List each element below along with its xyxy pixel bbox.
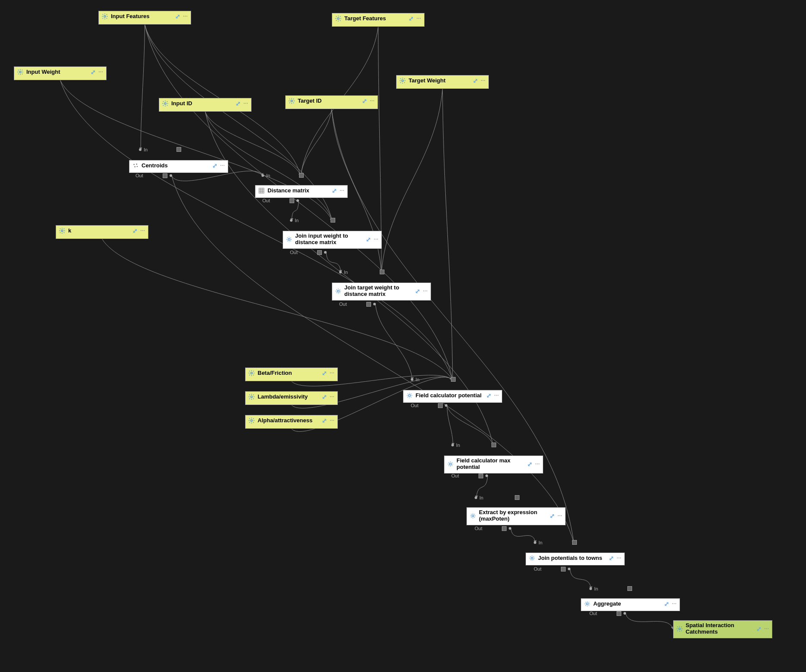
port-out[interactable]: Out — [589, 611, 626, 616]
more-icon[interactable]: ⋯ — [423, 289, 428, 294]
expand-icon[interactable]: ⤢ — [550, 513, 555, 519]
node-controls[interactable]: ⤢⋯ — [609, 555, 622, 561]
expand-icon[interactable]: ⤢ — [236, 100, 241, 107]
port-out[interactable]: Out — [451, 473, 488, 478]
node-k[interactable]: k⤢⋯ — [56, 225, 148, 239]
plus-icon[interactable] — [515, 495, 519, 500]
node-controls[interactable]: ⤢⋯ — [756, 626, 769, 632]
expand-icon[interactable]: ⤢ — [486, 393, 491, 399]
plus-icon[interactable] — [627, 586, 632, 591]
more-icon[interactable]: ⋯ — [243, 101, 249, 107]
port-in[interactable]: In — [339, 270, 348, 275]
node-aggregate[interactable]: Aggregate⤢⋯ — [581, 598, 680, 611]
plus-icon[interactable] — [331, 218, 335, 223]
node-fc_pot[interactable]: Field calculator potential⤢⋯ — [403, 390, 502, 403]
node-target_id[interactable]: Target ID⤢⋯ — [285, 95, 378, 109]
port-plus[interactable] — [299, 173, 304, 178]
node-controls[interactable]: ⤢⋯ — [91, 69, 104, 75]
node-controls[interactable]: ⤢⋯ — [473, 78, 486, 84]
more-icon[interactable]: ⋯ — [340, 188, 345, 194]
plus-icon[interactable] — [451, 377, 456, 382]
port-plus[interactable] — [572, 540, 577, 545]
expand-icon[interactable]: ⤢ — [409, 16, 414, 22]
port-out[interactable]: Out — [135, 173, 172, 178]
more-icon[interactable]: ⋯ — [183, 14, 188, 19]
expand-icon[interactable]: ⤢ — [415, 288, 420, 294]
plus-icon[interactable] — [491, 443, 496, 447]
port-plus[interactable] — [331, 218, 335, 223]
more-icon[interactable]: ⋯ — [535, 462, 540, 467]
handle-icon[interactable] — [290, 198, 294, 203]
port-in[interactable]: In — [534, 540, 542, 545]
node-controls[interactable]: ⤢⋯ — [527, 461, 540, 467]
node-target_features[interactable]: Target Features⤢⋯ — [332, 13, 425, 27]
plus-icon[interactable] — [299, 173, 304, 178]
port-in[interactable]: In — [290, 218, 299, 223]
node-result[interactable]: Spatial Interaction Catchments⤢⋯ — [673, 620, 772, 638]
node-controls[interactable]: ⤢⋯ — [332, 188, 345, 194]
plus-icon[interactable] — [380, 270, 384, 274]
more-icon[interactable]: ⋯ — [557, 513, 563, 519]
node-join_tg[interactable]: Join target weight to distance matrix⤢⋯ — [332, 283, 431, 301]
handle-icon[interactable] — [163, 173, 167, 178]
expand-icon[interactable]: ⤢ — [366, 236, 371, 242]
handle-icon[interactable] — [561, 567, 566, 572]
node-alpha[interactable]: Alpha/attractiveness⤢⋯ — [245, 415, 338, 429]
node-controls[interactable]: ⤢⋯ — [322, 370, 335, 376]
port-in[interactable]: In — [261, 173, 270, 178]
more-icon[interactable]: ⋯ — [330, 371, 335, 376]
more-icon[interactable]: ⋯ — [672, 601, 677, 607]
expand-icon[interactable]: ⤢ — [332, 188, 337, 194]
port-plus[interactable] — [515, 495, 519, 500]
expand-icon[interactable]: ⤢ — [212, 163, 217, 169]
port-plus[interactable] — [176, 147, 181, 152]
node-controls[interactable]: ⤢⋯ — [550, 513, 563, 519]
expand-icon[interactable]: ⤢ — [756, 626, 762, 632]
node-distmx[interactable]: Distance matrix⤢⋯ — [255, 185, 348, 198]
handle-icon[interactable] — [617, 611, 621, 616]
node-input_weight[interactable]: Input Weight⤢⋯ — [14, 66, 107, 80]
expand-icon[interactable]: ⤢ — [322, 418, 327, 424]
port-out[interactable]: Out — [339, 301, 376, 307]
handle-icon[interactable] — [479, 474, 483, 478]
node-input_features[interactable]: Input Features⤢⋯ — [98, 11, 191, 25]
node-input_id[interactable]: Input ID⤢⋯ — [159, 98, 252, 112]
more-icon[interactable]: ⋯ — [374, 237, 379, 242]
port-out[interactable]: Out — [475, 526, 511, 531]
handle-icon[interactable] — [317, 250, 322, 255]
more-icon[interactable]: ⋯ — [220, 163, 225, 169]
more-icon[interactable]: ⋯ — [617, 556, 622, 561]
more-icon[interactable]: ⋯ — [416, 16, 422, 22]
node-controls[interactable]: ⤢⋯ — [366, 236, 379, 242]
node-centroids[interactable]: Centroids⤢⋯ — [129, 160, 228, 173]
node-controls[interactable]: ⤢⋯ — [132, 228, 145, 234]
node-controls[interactable]: ⤢⋯ — [236, 100, 249, 107]
port-out[interactable]: Out — [290, 250, 327, 255]
port-in[interactable]: In — [451, 443, 460, 448]
model-canvas[interactable]: Input Features⤢⋯Target Features⤢⋯Input W… — [0, 0, 806, 672]
node-extract[interactable]: Extract by expression (maxPoten)⤢⋯ — [466, 507, 566, 525]
more-icon[interactable]: ⋯ — [140, 228, 145, 234]
more-icon[interactable]: ⋯ — [494, 393, 499, 399]
node-controls[interactable]: ⤢⋯ — [664, 601, 677, 607]
port-out[interactable]: Out — [534, 566, 570, 572]
handle-icon[interactable] — [502, 526, 507, 531]
port-out[interactable]: Out — [262, 198, 299, 203]
node-controls[interactable]: ⤢⋯ — [486, 393, 499, 399]
handle-icon[interactable] — [438, 403, 443, 408]
node-controls[interactable]: ⤢⋯ — [415, 288, 428, 294]
port-out[interactable]: Out — [411, 403, 447, 408]
node-controls[interactable]: ⤢⋯ — [322, 418, 335, 424]
expand-icon[interactable]: ⤢ — [473, 78, 478, 84]
handle-icon[interactable] — [366, 302, 371, 307]
more-icon[interactable]: ⋯ — [370, 98, 375, 104]
expand-icon[interactable]: ⤢ — [132, 228, 138, 234]
more-icon[interactable]: ⋯ — [98, 69, 104, 75]
expand-icon[interactable]: ⤢ — [527, 461, 532, 467]
port-in[interactable]: In — [475, 495, 483, 500]
port-plus[interactable] — [451, 377, 456, 382]
expand-icon[interactable]: ⤢ — [322, 370, 327, 376]
node-controls[interactable]: ⤢⋯ — [362, 98, 375, 104]
more-icon[interactable]: ⋯ — [481, 78, 486, 84]
plus-icon[interactable] — [176, 147, 181, 152]
